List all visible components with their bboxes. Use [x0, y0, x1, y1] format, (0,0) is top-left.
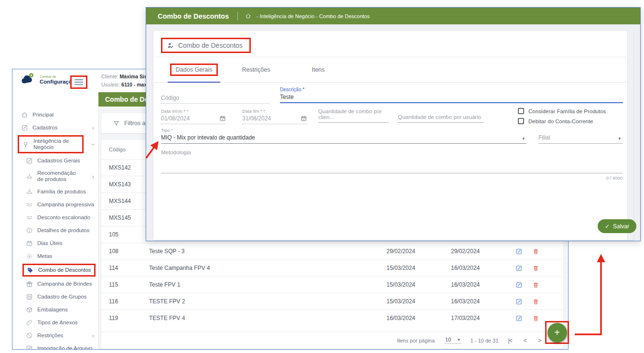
codigo-placeholder: Código	[161, 95, 179, 101]
edit-icon[interactable]	[515, 248, 523, 255]
cell-desc: Teste FPV 1	[149, 281, 386, 288]
sidebar-item-label: Importação de Arquivo	[37, 345, 92, 349]
tab-restricoes[interactable]: Restrições	[225, 57, 287, 82]
cell-end-date: 17/03/2024	[451, 315, 515, 321]
cell-code: 108	[101, 248, 149, 255]
gift-icon	[26, 280, 33, 288]
edit-icon[interactable]	[515, 265, 523, 272]
sidebar-item-cadastros-gerais[interactable]: Cadastros Gerais	[12, 154, 98, 167]
annotation-box-hamburger	[70, 75, 87, 89]
section-title: Combo de Descontos	[178, 42, 243, 49]
sidebar-item-embalagens[interactable]: Embalagens	[12, 303, 98, 316]
sidebar-item-metas[interactable]: Metas	[12, 250, 98, 263]
user-label: Usuário:	[101, 82, 120, 87]
sidebar-item-detalhes-de-produtos[interactable]: Detalhes de produtos	[12, 224, 98, 237]
checkbox-icon[interactable]	[518, 118, 524, 124]
edit-icon	[21, 124, 28, 131]
edit-icon[interactable]	[515, 315, 523, 322]
table-row[interactable]: 116 TESTE FPV 2 15/03/2024 16/03/2024	[101, 293, 563, 310]
sidebar-item-familia-de-produtos[interactable]: Família de produtos	[12, 185, 98, 198]
cell-start-date: 15/03/2024	[386, 281, 451, 288]
descricao-value[interactable]: Teste	[280, 92, 623, 103]
dialog-title: Combo de Descontos	[146, 12, 237, 20]
home-icon[interactable]	[245, 13, 251, 19]
scrollbar[interactable]	[627, 31, 633, 240]
table-row[interactable]: 119 TESTE FPV 4 16/03/2024 17/03/2024	[101, 310, 563, 326]
save-button[interactable]: ✓ Salvar	[598, 219, 636, 233]
chevron-right-icon: ›	[92, 173, 94, 180]
sidebar-item-cadastro-de-grupos[interactable]: Cadastro de Grupos	[12, 290, 98, 303]
sidebar-item-restricoes[interactable]: Restrições ›	[12, 329, 98, 342]
edit-icon[interactable]	[515, 281, 523, 289]
check-debitar-conta[interactable]: Debitar do Conta-Corrente	[518, 117, 606, 126]
tipo-select[interactable]: Tipo * MIQ - Mix por intevalo de quantid…	[161, 128, 526, 144]
target-icon	[26, 253, 33, 260]
trash-icon[interactable]	[532, 298, 539, 305]
items-per-page-select[interactable]: 10 ▾	[444, 337, 461, 344]
sidebar-item-cadastros[interactable]: Cadastros ›	[12, 121, 98, 134]
sidebar-item-principal[interactable]: Principal	[12, 108, 98, 121]
cell-end-date: 16/03/2024	[451, 281, 515, 288]
tab-label: Itens	[311, 66, 324, 73]
trash-icon[interactable]	[532, 315, 539, 322]
next-page-icon[interactable]: >	[538, 337, 541, 344]
pagination-bar: Itens por página 10 ▾ 1 - 10 de 31 |< < …	[101, 332, 563, 349]
sidebar-item-recomendacao-de-produtos[interactable]: Recomendação de produtos ›	[12, 167, 98, 185]
cell-code: MXS144	[101, 198, 149, 204]
data-fim-value: 31/08/2024	[242, 115, 271, 122]
waves-icon	[26, 201, 33, 208]
qtd-combo-cliente-field[interactable]: Quantidade de combo por clien...	[318, 109, 389, 123]
cell-desc: Teste SQP - 3	[149, 248, 386, 255]
edit-icon[interactable]	[515, 298, 523, 305]
chevron-down-icon: ▾	[618, 136, 621, 141]
cell-end-date: 16/03/2024	[451, 265, 515, 271]
table-row[interactable]: 115 Teste FPV 1 15/03/2024 16/03/2024	[101, 276, 563, 293]
descricao-field[interactable]: Descrição * Teste	[280, 87, 623, 103]
sidebar-item-dias-uteis[interactable]: Dias Úteis	[12, 237, 98, 250]
sidebar-item-label: Tipos de Anexos	[37, 320, 78, 326]
tipo-label: Tipo *	[161, 128, 526, 133]
cell-start-date: 15/03/2024	[386, 298, 451, 305]
sidebar-item-label: Cadastro de Grupos	[37, 294, 87, 300]
sidebar-item-desconto-escalonado[interactable]: Desconto escalonado	[12, 211, 98, 224]
sidebar-item-label: Embalagens	[37, 307, 68, 313]
tab-dados-gerais[interactable]: Dados Gerais	[163, 57, 225, 82]
cell-code: 114	[101, 265, 149, 271]
page: Central de Configurações Cliente:Máxima …	[0, 0, 644, 353]
checkbox-icon[interactable]	[518, 108, 524, 114]
filial-placeholder: Filial	[538, 134, 550, 141]
cell-code: MXS142	[101, 164, 149, 171]
sidebar-item-campanha-de-brindes[interactable]: Campanha de Brindes	[12, 278, 98, 290]
sidebar-item-campanha-progressiva[interactable]: Campanha progressiva	[12, 198, 98, 211]
sidebar-item-label: Metas	[37, 253, 52, 259]
table-row[interactable]: 108 Teste SQP - 3 29/02/2024 29/02/2024	[101, 243, 563, 259]
cell-code: 105	[101, 231, 149, 238]
check-considerar-familia[interactable]: Considerar Família de Produtos	[518, 107, 606, 116]
add-button[interactable]: +	[547, 323, 567, 342]
tags-icon	[27, 267, 34, 274]
metodologia-field[interactable]: Metodologia 0 / 4000	[161, 150, 623, 181]
first-page-icon[interactable]: |<	[508, 337, 512, 344]
sidebar-item-importacao-de-arquivo[interactable]: Importação de Arquivo	[12, 342, 98, 349]
trash-icon[interactable]	[532, 248, 539, 255]
groups-icon	[26, 293, 33, 300]
tab-label: Dados Gerais	[176, 66, 212, 73]
previous-page-icon[interactable]: <	[524, 337, 526, 344]
hanger-icon	[26, 188, 33, 195]
table-row[interactable]: 114 Teste Campanha FPV 4 15/03/2024 16/0…	[101, 259, 563, 276]
calendar-icon[interactable]	[301, 115, 307, 122]
sidebar-item-combo-de-descontos[interactable]: Combo de Descontos	[12, 263, 98, 278]
qtd-combo-usuario-field[interactable]: Quantidade de combo por usuário	[398, 109, 484, 123]
filial-select[interactable]: . Filial ▾	[538, 128, 623, 144]
trash-icon[interactable]	[532, 265, 539, 272]
sidebar-item-inteligencia-de-negocio[interactable]: Inteligência de Negócio ›	[12, 134, 98, 154]
sidebar-item-label: Principal	[32, 112, 54, 118]
trash-icon[interactable]	[532, 281, 539, 289]
chevron-down-icon: ▾	[522, 136, 525, 141]
sidebar-item-tipos-de-anexos[interactable]: Tipos de Anexos	[12, 316, 98, 329]
cell-code: MXS145	[101, 214, 149, 221]
waves-icon	[26, 214, 33, 221]
calendar-icon[interactable]	[219, 115, 226, 122]
sidebar-item-label: Dias Úteis	[37, 240, 62, 246]
tab-itens[interactable]: Itens	[287, 57, 349, 82]
